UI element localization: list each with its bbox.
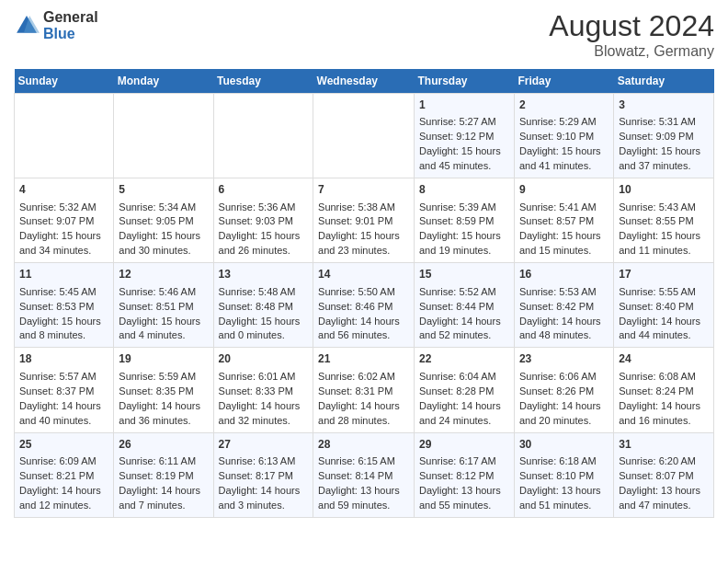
calendar-cell: 31Sunrise: 6:20 AMSunset: 8:07 PMDayligh… — [614, 432, 714, 517]
calendar-cell: 25Sunrise: 6:09 AMSunset: 8:21 PMDayligh… — [15, 432, 114, 517]
calendar-cell — [213, 94, 313, 178]
calendar-cell: 24Sunrise: 6:08 AMSunset: 8:24 PMDayligh… — [614, 348, 714, 432]
day-number: 28 — [318, 437, 409, 453]
cell-text: Daylight: 14 hours and 32 minutes. — [219, 399, 308, 429]
cell-text: Sunset: 8:17 PM — [219, 469, 308, 484]
cell-text: Sunrise: 5:55 AM — [619, 285, 709, 300]
cell-text: Sunrise: 6:18 AM — [519, 454, 609, 469]
cell-text: Sunrise: 6:04 AM — [419, 370, 509, 385]
cell-text: Sunrise: 5:31 AM — [619, 115, 709, 130]
header-cell-tuesday: Tuesday — [213, 69, 313, 94]
cell-text: Sunrise: 6:13 AM — [219, 454, 308, 469]
day-number: 19 — [119, 351, 208, 367]
day-number: 3 — [619, 98, 709, 113]
cell-text: Sunrise: 5:43 AM — [619, 201, 709, 215]
cell-text: Sunset: 8:53 PM — [19, 300, 108, 315]
cell-text: Sunrise: 5:29 AM — [519, 115, 609, 130]
cell-text: Daylight: 15 hours and 37 minutes. — [619, 144, 709, 174]
cell-text: Daylight: 15 hours and 19 minutes. — [419, 229, 509, 259]
cell-text: Daylight: 14 hours and 7 minutes. — [119, 484, 208, 513]
cell-text: Sunset: 8:12 PM — [419, 469, 509, 484]
cell-text: Sunset: 8:28 PM — [419, 385, 509, 399]
calendar-cell: 15Sunrise: 5:52 AMSunset: 8:44 PMDayligh… — [414, 263, 514, 348]
cell-text: Sunrise: 5:48 AM — [219, 285, 308, 300]
calendar-cell: 18Sunrise: 5:57 AMSunset: 8:37 PMDayligh… — [15, 348, 114, 432]
calendar-cell: 14Sunrise: 5:50 AMSunset: 8:46 PMDayligh… — [313, 263, 415, 348]
cell-text: Sunrise: 6:01 AM — [219, 370, 308, 385]
day-number: 16 — [519, 267, 609, 282]
month-year-title: August 2024 — [549, 9, 714, 43]
cell-text: Sunset: 8:51 PM — [119, 300, 208, 315]
calendar-cell: 3Sunrise: 5:31 AMSunset: 9:09 PMDaylight… — [614, 94, 714, 178]
calendar-cell: 7Sunrise: 5:38 AMSunset: 9:01 PMDaylight… — [313, 178, 415, 263]
calendar-body: 1Sunrise: 5:27 AMSunset: 9:12 PMDaylight… — [15, 94, 714, 518]
cell-text: Daylight: 15 hours and 15 minutes. — [519, 229, 609, 259]
cell-text: Sunset: 8:46 PM — [318, 300, 409, 315]
cell-text: Sunrise: 6:09 AM — [19, 454, 108, 469]
logo-line1: General — [43, 9, 98, 26]
cell-text: Sunrise: 6:20 AM — [619, 454, 709, 469]
cell-text: Daylight: 14 hours and 16 minutes. — [619, 399, 709, 429]
cell-text: Sunrise: 5:32 AM — [19, 201, 108, 215]
header-cell-friday: Friday — [514, 69, 613, 94]
cell-text: Sunrise: 6:06 AM — [519, 370, 609, 385]
calendar-cell: 6Sunrise: 5:36 AMSunset: 9:03 PMDaylight… — [213, 178, 313, 263]
cell-text: Sunrise: 5:52 AM — [419, 285, 509, 300]
week-row-2: 4Sunrise: 5:32 AMSunset: 9:07 PMDaylight… — [15, 178, 714, 263]
calendar-header: SundayMondayTuesdayWednesdayThursdayFrid… — [15, 69, 714, 94]
cell-text: Daylight: 14 hours and 12 minutes. — [19, 484, 108, 513]
calendar-cell: 20Sunrise: 6:01 AMSunset: 8:33 PMDayligh… — [213, 348, 313, 432]
cell-text: Sunset: 8:21 PM — [19, 469, 108, 484]
day-number: 24 — [619, 351, 709, 367]
day-number: 18 — [19, 351, 108, 367]
calendar-cell: 16Sunrise: 5:53 AMSunset: 8:42 PMDayligh… — [514, 263, 613, 348]
cell-text: Sunset: 8:37 PM — [19, 385, 108, 399]
cell-text: Sunset: 8:57 PM — [519, 214, 609, 229]
cell-text: Daylight: 14 hours and 48 minutes. — [519, 315, 609, 344]
cell-text: Sunrise: 5:41 AM — [519, 201, 609, 215]
cell-text: Sunset: 8:44 PM — [419, 300, 509, 315]
cell-text: Sunrise: 6:11 AM — [119, 454, 208, 469]
cell-text: Sunset: 9:07 PM — [19, 214, 108, 229]
cell-text: Sunset: 8:40 PM — [619, 300, 709, 315]
cell-text: Sunset: 8:33 PM — [219, 385, 308, 399]
calendar-cell: 8Sunrise: 5:39 AMSunset: 8:59 PMDaylight… — [414, 178, 514, 263]
calendar-cell: 17Sunrise: 5:55 AMSunset: 8:40 PMDayligh… — [614, 263, 714, 348]
day-number: 11 — [19, 267, 108, 282]
day-number: 22 — [419, 351, 509, 367]
calendar-cell: 23Sunrise: 6:06 AMSunset: 8:26 PMDayligh… — [514, 348, 613, 432]
cell-text: Daylight: 14 hours and 20 minutes. — [519, 399, 609, 429]
cell-text: Sunrise: 5:45 AM — [19, 285, 108, 300]
cell-text: Sunrise: 6:08 AM — [619, 370, 709, 385]
cell-text: Sunset: 8:42 PM — [519, 300, 609, 315]
cell-text: Daylight: 15 hours and 23 minutes. — [318, 229, 409, 259]
cell-text: Sunrise: 5:34 AM — [119, 201, 208, 215]
cell-text: Sunrise: 5:57 AM — [19, 370, 108, 385]
week-row-3: 11Sunrise: 5:45 AMSunset: 8:53 PMDayligh… — [15, 263, 714, 348]
calendar-cell: 22Sunrise: 6:04 AMSunset: 8:28 PMDayligh… — [414, 348, 514, 432]
cell-text: Daylight: 15 hours and 4 minutes. — [119, 315, 208, 344]
cell-text: Daylight: 14 hours and 44 minutes. — [619, 315, 709, 344]
day-number: 17 — [619, 267, 709, 282]
calendar-cell — [313, 94, 415, 178]
cell-text: Sunrise: 5:38 AM — [318, 201, 409, 215]
calendar-cell: 29Sunrise: 6:17 AMSunset: 8:12 PMDayligh… — [414, 432, 514, 517]
page-header: General Blue August 2024 Blowatz, German… — [14, 9, 714, 60]
day-number: 10 — [619, 182, 709, 198]
day-number: 30 — [519, 437, 609, 453]
cell-text: Daylight: 14 hours and 52 minutes. — [419, 315, 509, 344]
day-number: 25 — [19, 437, 108, 453]
cell-text: Sunrise: 5:59 AM — [119, 370, 208, 385]
cell-text: Daylight: 15 hours and 34 minutes. — [19, 229, 108, 259]
cell-text: Daylight: 14 hours and 36 minutes. — [119, 399, 208, 429]
day-number: 8 — [419, 182, 509, 198]
calendar-cell — [15, 94, 114, 178]
day-number: 13 — [219, 267, 308, 282]
cell-text: Sunrise: 5:36 AM — [219, 201, 308, 215]
cell-text: Daylight: 15 hours and 26 minutes. — [219, 229, 308, 259]
day-number: 7 — [318, 182, 409, 198]
cell-text: Sunset: 8:24 PM — [619, 385, 709, 399]
cell-text: Daylight: 13 hours and 59 minutes. — [318, 484, 409, 513]
cell-text: Sunset: 8:26 PM — [519, 385, 609, 399]
header-cell-saturday: Saturday — [614, 69, 714, 94]
